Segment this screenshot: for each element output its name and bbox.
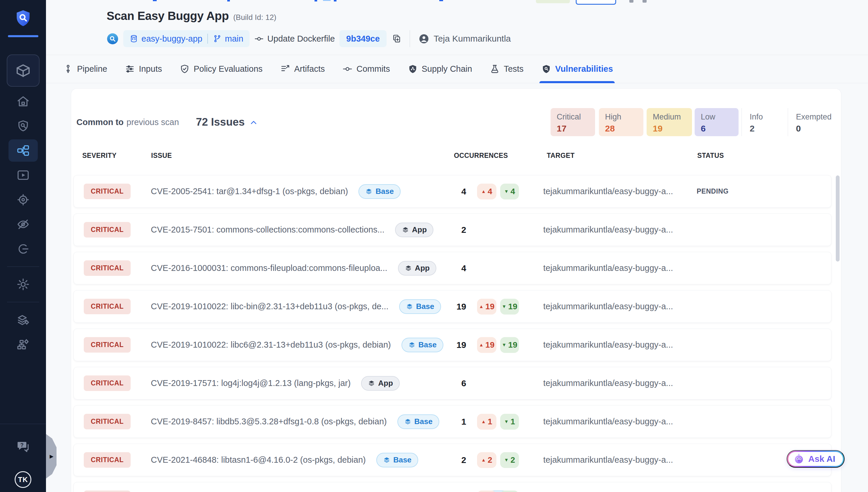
issue-title[interactable]: CVE-2016-1000031: commons-fileupload:com… [151,263,388,273]
chevron-up-icon[interactable] [249,118,258,127]
table-row[interactable]: CRITICALCVE-2019-17571: log4j:log4j@1.2.… [74,367,832,399]
repo-name[interactable]: easy-buggy-app [142,34,202,44]
severity-filter-label: High [605,113,643,122]
sidebar-bottom-divider [0,424,46,424]
sidebar-expand-handle[interactable]: ▶ [46,434,56,478]
occurrences-count: 6 [444,367,466,399]
tab-inputs[interactable]: Inputs [124,55,163,83]
eye-off-icon [17,218,30,231]
database-icon [129,34,138,43]
severity-badge: CRITICAL [84,299,131,314]
shield-scan-icon [541,64,551,74]
sidebar-item-hidden-findings[interactable] [8,213,38,236]
issue-title[interactable]: CVE-2015-7501: commons-collections:commo… [151,225,385,235]
column-header-occurrences: OCCURRENCES [454,152,508,159]
table-row[interactable]: CRITICALCVE-2019-1010022: libc-bin@2.31-… [74,290,832,323]
tab-label: Tests [504,64,524,74]
sidebar-item-infrastructure[interactable] [8,333,38,355]
issue-title[interactable]: CVE-2019-8457: libdb5.3@5.3.28+dfsg1-0.8… [151,417,387,426]
gear-icon [17,278,30,291]
table-row[interactable]: CRITICALCVE-2021-46848: libtasn1-6@4.16.… [74,444,832,476]
severity-filter-count: 28 [605,124,643,133]
delta-up-badge: ▲1 [477,414,496,429]
ask-ai-button[interactable]: Ask AI [787,450,845,468]
triangle-up-icon: ▲ [479,342,484,348]
issues-card: Common to previous scan 72 Issues Critic… [71,89,841,492]
layer-badge: Base [376,453,418,467]
occurrences-count [444,482,466,492]
table-row[interactable]: CRITICALCVE-2015-7501: commons-collectio… [74,214,832,246]
layer-badge: App [361,376,400,391]
sidebar-item-pipelines[interactable] [8,140,38,162]
tab-commits[interactable]: Commits [342,55,390,83]
triangle-down-icon: ▼ [502,342,506,348]
delta-down-badge: ▼2 [500,452,519,468]
tab-tests[interactable]: Tests [489,55,524,83]
layers-icon [365,188,372,195]
occurrences-count: 2 [444,214,466,246]
severity-filter-medium[interactable]: Medium19 [647,108,692,136]
sidebar-item-products[interactable] [7,54,40,87]
delta-up-badge: ▲19 [477,337,496,353]
severity-filter-high[interactable]: High28 [599,108,643,136]
severity-badge: CRITICAL [84,414,131,429]
avatar[interactable]: TK [15,471,31,488]
layers-icon [368,379,375,387]
severity-filter-info[interactable]: Info2 [742,108,788,136]
tab-label: Vulnerabilities [555,64,613,74]
tab-supply-chain[interactable]: Supply Chain [407,55,473,83]
sidebar-item-targets[interactable] [8,189,38,211]
sidebar-item-home[interactable] [8,90,38,113]
column-header-target: TARGET [547,152,575,159]
severity-filter-exempted[interactable]: Exempted0 [788,108,832,136]
tab-vulnerabilities[interactable]: Vulnerabilities [541,55,614,83]
layer-badge-label: Base [393,456,412,465]
sidebar-item-settings[interactable] [8,273,38,295]
issue-title[interactable]: CVE-2021-46848: libtasn1-6@4.16.0-2 (os-… [151,455,366,465]
severity-badge: CRITICAL [84,491,131,492]
triangle-down-icon: ▼ [504,458,509,463]
home-icon [17,95,30,108]
severity-filter-critical[interactable]: Critical17 [550,108,595,136]
repo-branch-chip[interactable]: easy-buggy-app main [123,30,249,47]
sidebar-item-monitoring[interactable] [8,238,38,260]
copy-icon[interactable] [392,34,401,44]
help-chat-icon[interactable]: ? [16,440,30,453]
git-commit-icon [254,34,264,44]
severity-filter-low[interactable]: Low6 [695,108,739,136]
sidebar-item-scans[interactable] [8,115,38,137]
issue-title[interactable]: CVE-2005-2541: tar@1.34+dfsg-1 (os-pkgs,… [151,187,348,196]
branch-name[interactable]: main [225,34,243,44]
severity-filter-count: 0 [796,124,832,133]
layers-icon [405,265,412,272]
tab-policy-evaluations[interactable]: Policy Evaluations [179,55,263,83]
table-row[interactable]: CRITICALCVE-2016-1000031: commons-fileup… [74,252,832,285]
scope-label-bold: Common to [76,118,124,127]
issue-title[interactable]: CVE-2019-1010022: libc6@2.31-13+deb11u3 … [151,340,391,350]
tab-artifacts[interactable]: Artifacts [280,55,326,83]
commit-sha-chip[interactable]: 9b349ce [340,30,387,47]
delta-up-badge: ▲19 [477,299,496,315]
layer-badge: Base [399,299,441,314]
issue-title[interactable]: CVE-2019-17571: log4j:log4j@1.2.13 (lang… [151,378,350,388]
sidebar-item-runs[interactable] [8,164,38,186]
package-icon [15,63,31,78]
sidebar-item-integrations[interactable] [8,309,38,331]
layer-badge: App [395,223,434,237]
severity-filter-label: Exempted [796,113,832,122]
scrollbar-thumb[interactable] [836,175,840,262]
app-logo-shield-icon[interactable] [14,8,32,28]
column-header-status: STATUS [697,152,724,159]
table-row[interactable]: CRITICALCVE-2005-2541: tar@1.34+dfsg-1 (… [74,175,832,207]
issue-title[interactable]: CVE-2019-1010022: libc-bin@2.31-13+deb11… [151,302,389,311]
severity-filter-label: Medium [653,113,692,122]
svg-text:?: ? [21,442,24,448]
severity-filter-label: Low [701,113,739,122]
layers-icon [404,418,412,425]
target-path: tejakummarikuntla/easy-buggy-a... [543,252,673,284]
table-row[interactable]: CRITICALCVE-2019-1010022: libc6@2.31-13+… [74,328,832,361]
tab-pipeline[interactable]: Pipeline [63,55,108,83]
table-row[interactable]: CRITICALCVE-2019-8457: libdb5.3@5.3.28+d… [74,405,832,438]
table-row[interactable]: CRITICALBase▲▼ [74,482,832,492]
severity-filter-count: 19 [653,124,692,133]
